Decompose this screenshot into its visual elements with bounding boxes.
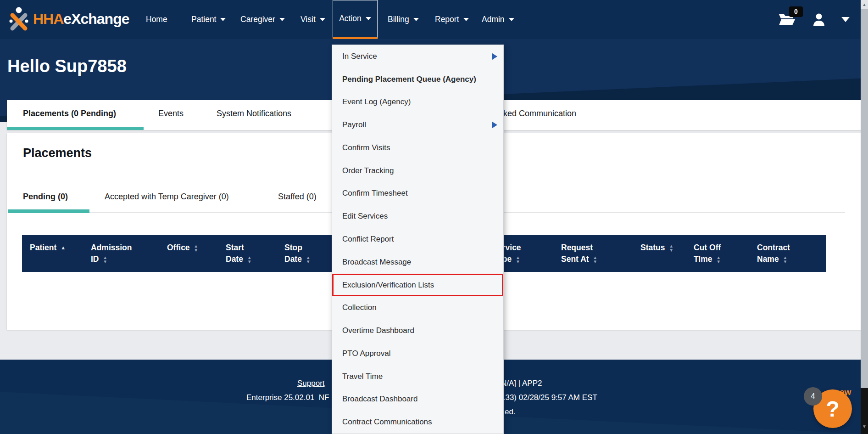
folder-count-badge: 0 xyxy=(789,6,803,17)
active-tab-underline xyxy=(7,127,144,130)
sort-icon xyxy=(194,244,198,252)
support-link[interactable]: Support xyxy=(297,379,325,388)
version-text: Enterprise 25.02.01 NF xyxy=(246,393,329,402)
brand-logo[interactable]: HHAeXchange xyxy=(8,6,129,31)
sort-icon xyxy=(717,255,721,264)
footer-timestamp-text: 133) 02/28/25 9:57 AM EST xyxy=(501,393,597,402)
navbar-right-icons: 0 xyxy=(778,0,850,39)
column-header[interactable]: Patient xyxy=(30,235,66,272)
column-header[interactable]: Office xyxy=(167,235,198,272)
column-header[interactable]: Request Sent At xyxy=(561,235,597,272)
greeting-heading: Hello Sup7858 xyxy=(7,56,127,76)
account-chevron-down-icon[interactable] xyxy=(841,17,850,22)
sort-icon xyxy=(247,255,251,264)
top-tab[interactable]: Events xyxy=(158,100,184,127)
submenu-arrow-icon xyxy=(492,53,497,60)
nav-menu-item[interactable]: Home xyxy=(146,0,167,39)
chevron-down-icon xyxy=(366,17,371,20)
action-dropdown-menu: In Service Pending Placement Queue (Agen… xyxy=(332,45,504,434)
sort-icon xyxy=(669,244,673,252)
user-profile-icon[interactable] xyxy=(812,13,826,27)
sort-icon xyxy=(306,255,310,264)
sort-icon xyxy=(593,255,597,264)
action-menu-item[interactable]: Travel Time xyxy=(332,365,503,388)
scrollbar-thumb[interactable] xyxy=(861,9,868,388)
action-menu-item[interactable]: Conflict Report xyxy=(332,228,503,251)
column-header[interactable]: Cut Off Time xyxy=(694,235,725,272)
top-tab[interactable]: ked Communication xyxy=(503,100,576,127)
column-header[interactable]: Admission ID xyxy=(91,235,136,272)
active-sub-tab-underline xyxy=(8,209,89,213)
column-header[interactable]: Start Date xyxy=(226,235,251,272)
chevron-down-icon xyxy=(413,18,419,21)
whats-new-partial-label: ew xyxy=(840,387,851,397)
action-menu-item[interactable]: Order Tracking xyxy=(332,159,503,182)
nav-menu-item[interactable]: Caregiver xyxy=(240,0,285,39)
action-menu-item[interactable]: Pending Placement Queue (Agency) xyxy=(332,68,503,91)
placement-sub-tab[interactable]: Staffed (0) xyxy=(278,187,317,206)
top-tab[interactable]: Placements (0 Pending) xyxy=(23,100,116,127)
action-menu-item[interactable]: In Service xyxy=(332,45,503,68)
placement-sub-tab[interactable]: Accepted with Temp Caregiver (0) xyxy=(105,187,229,206)
nav-menu-item[interactable]: Visit xyxy=(300,0,325,39)
vertical-scrollbar[interactable]: ▲ ▼ xyxy=(861,0,868,434)
action-menu-item[interactable]: Confirm Timesheet xyxy=(332,182,503,205)
column-header[interactable]: Stop Date xyxy=(284,235,310,272)
scroll-down-arrow-icon[interactable]: ▼ xyxy=(861,422,868,431)
notifications-folder-button[interactable]: 0 xyxy=(778,12,796,28)
sort-icon xyxy=(783,255,787,264)
help-notification-badge: 4 xyxy=(804,387,822,406)
nav-menu-item[interactable]: Report xyxy=(435,0,469,39)
brand-wordmark: HHAeXchange xyxy=(33,11,129,26)
top-tab[interactable]: System Notifications xyxy=(217,100,291,127)
scroll-up-arrow-icon[interactable]: ▲ xyxy=(861,0,868,9)
action-menu-item[interactable]: Broadcast Dashboard xyxy=(332,388,503,411)
top-navbar: HHAeXchange Home Patient Caregiver Visit… xyxy=(0,0,868,39)
sort-icon xyxy=(61,245,66,250)
placement-sub-tab[interactable]: Pending (0) xyxy=(23,187,68,206)
chevron-down-icon xyxy=(320,18,325,21)
action-menu-item[interactable]: Exclusion/Verification Lists xyxy=(332,274,503,297)
submenu-arrow-icon xyxy=(492,122,497,128)
column-header[interactable]: Status xyxy=(640,235,673,272)
action-menu-item[interactable]: Confirm Visits xyxy=(332,136,503,159)
footer-partial-text: ed. xyxy=(505,407,516,417)
action-menu-item[interactable]: Collection xyxy=(332,296,503,319)
action-menu-item[interactable]: Broadcast Message xyxy=(332,251,503,274)
action-menu-item[interactable]: PTO Approval xyxy=(332,342,503,365)
action-menu-item[interactable]: Overtime Dashboard xyxy=(332,319,503,342)
column-header[interactable]: Contract Name xyxy=(757,235,794,272)
chevron-down-icon xyxy=(279,18,285,21)
action-menu-item[interactable]: Event Log (Agency) xyxy=(332,91,503,114)
footer-app-text: N/A] | APP2 xyxy=(501,379,542,388)
chevron-down-icon xyxy=(463,18,469,21)
action-menu-item[interactable]: Payroll xyxy=(332,113,503,136)
nav-menu-item[interactable]: Billing xyxy=(388,0,419,39)
nav-menu-item[interactable]: Action xyxy=(333,0,378,39)
action-menu-item[interactable]: Edit Services xyxy=(332,205,503,228)
nav-menu-item[interactable]: Admin xyxy=(482,0,514,39)
chevron-down-icon xyxy=(220,18,226,21)
chevron-down-icon xyxy=(509,18,514,21)
page: Hello Sup7858 HHAeXchange Home Patient xyxy=(0,0,868,434)
panel-title: Placements xyxy=(23,146,92,160)
sort-icon xyxy=(103,255,107,264)
hha-person-icon xyxy=(8,6,29,31)
sort-icon xyxy=(516,255,520,264)
action-menu-item[interactable]: Contract Communications xyxy=(332,411,503,434)
nav-menu-item[interactable]: Patient xyxy=(191,0,226,39)
